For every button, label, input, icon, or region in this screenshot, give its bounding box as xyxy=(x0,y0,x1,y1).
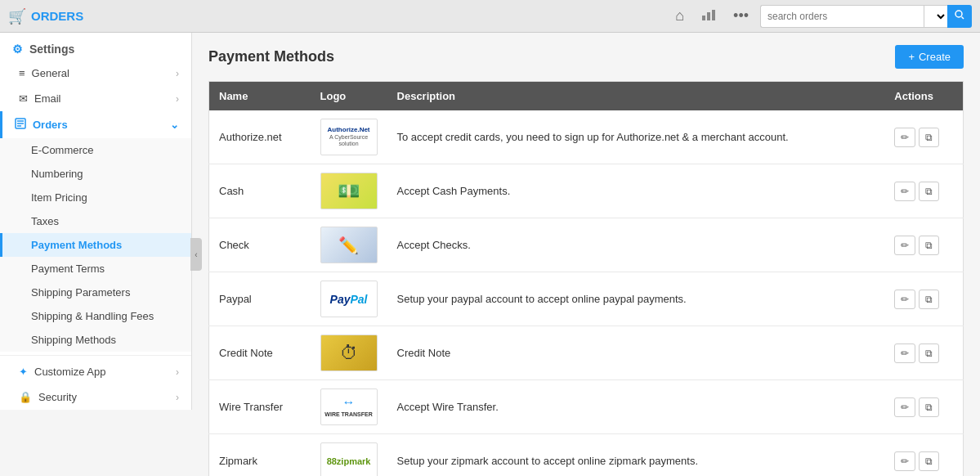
payment-methods-table: Name Logo Description Actions Authorize.… xyxy=(208,81,964,476)
copy-button[interactable]: ⧉ xyxy=(919,451,939,471)
chevron-right-icon: › xyxy=(176,93,179,105)
cell-logo: Authorize.NetA CyberSource solution xyxy=(311,110,387,164)
orders-icon xyxy=(15,118,26,132)
cell-name: Authorize.net xyxy=(209,110,311,164)
sidebar-item-shipping-methods[interactable]: Shipping Methods xyxy=(0,328,191,352)
sidebar-item-taxes[interactable]: Taxes xyxy=(0,209,191,233)
create-btn-label: Create xyxy=(919,51,951,63)
cell-description: Accept Wire Transfer. xyxy=(387,380,885,434)
sidebar-item-payment-methods[interactable]: Payment Methods xyxy=(0,233,191,257)
table-row: Paypal PayPal Setup your paypal account … xyxy=(209,272,964,326)
cell-description: Credit Note xyxy=(387,326,885,380)
edit-button[interactable]: ✏ xyxy=(894,397,915,417)
cell-actions: ✏ ⧉ xyxy=(884,218,963,272)
page-title: Payment Methods xyxy=(208,48,334,65)
chevron-right-icon: › xyxy=(176,366,179,378)
edit-button[interactable]: ✏ xyxy=(894,451,915,471)
edit-button[interactable]: ✏ xyxy=(894,182,915,201)
edit-button[interactable]: ✏ xyxy=(894,236,915,255)
sidebar-toggle-button[interactable]: ‹ xyxy=(190,238,202,271)
copy-button[interactable]: ⧉ xyxy=(919,290,939,309)
sidebar-item-payment-terms[interactable]: Payment Terms xyxy=(0,257,191,281)
search-button[interactable] xyxy=(947,5,972,28)
sidebar-item-customize[interactable]: ✦ Customize App › xyxy=(0,359,191,384)
sidebar-item-shipping-parameters[interactable]: Shipping Parameters xyxy=(0,281,191,304)
general-icon: ≡ xyxy=(19,67,25,79)
create-button[interactable]: + Create xyxy=(895,45,964,69)
cell-name: Wire Transfer xyxy=(209,380,311,434)
svg-point-3 xyxy=(955,11,962,17)
edit-button[interactable]: ✏ xyxy=(894,128,915,147)
layout: ⚙ Settings ≡ General › ✉ Email › xyxy=(0,33,980,476)
sidebar-item-orders[interactable]: Orders ⌄ xyxy=(0,111,191,138)
table-row: Credit Note ⏱ Credit Note ✏ ⧉ xyxy=(209,326,964,380)
table-row: Check ✏️ Accept Checks. ✏ ⧉ xyxy=(209,218,964,272)
sidebar-item-label: Email xyxy=(34,92,61,105)
cell-logo: 💵 xyxy=(311,164,387,218)
more-button[interactable]: ••• xyxy=(727,4,755,28)
brand-icon: 🛒 xyxy=(8,7,26,25)
brand-name: ORDERS xyxy=(31,9,83,23)
cell-actions: ✏ ⧉ xyxy=(884,272,963,326)
chevron-down-icon: ⌄ xyxy=(170,119,179,131)
sidebar: ⚙ Settings ≡ General › ✉ Email › xyxy=(0,33,192,410)
sidebar-item-label: General xyxy=(32,67,69,79)
cell-description: Setup your paypal account to accept onli… xyxy=(387,272,885,326)
edit-button[interactable]: ✏ xyxy=(894,344,915,363)
table-header-row: Name Logo Description Actions xyxy=(209,82,964,111)
col-name: Name xyxy=(209,82,311,111)
home-button[interactable]: ⌂ xyxy=(669,4,691,28)
settings-label: Settings xyxy=(29,43,74,56)
sidebar-item-numbering[interactable]: Numbering xyxy=(0,162,191,186)
sidebar-item-shipping-handling-fees[interactable]: Shipping & Handling Fees xyxy=(0,304,191,328)
cell-logo: 88zipmark xyxy=(311,434,387,477)
col-description: Description xyxy=(387,82,885,111)
svg-rect-2 xyxy=(712,10,715,20)
email-icon: ✉ xyxy=(19,92,28,105)
cell-description: Setup your zipmark account to accept onl… xyxy=(387,434,885,477)
cell-name: Credit Note xyxy=(209,326,311,380)
svg-rect-0 xyxy=(702,16,705,20)
cell-actions: ✏ ⧉ xyxy=(884,326,963,380)
col-actions: Actions xyxy=(884,82,963,111)
copy-button[interactable]: ⧉ xyxy=(919,236,939,255)
sidebar-item-general[interactable]: ≡ General › xyxy=(0,61,191,86)
svg-line-4 xyxy=(962,17,964,20)
copy-button[interactable]: ⧉ xyxy=(919,344,939,363)
cell-logo: ⏱ xyxy=(311,326,387,380)
cell-actions: ✏ ⧉ xyxy=(884,380,963,434)
customize-icon: ✦ xyxy=(19,366,28,378)
table-row: Cash 💵 Accept Cash Payments. ✏ ⧉ xyxy=(209,164,964,218)
cell-actions: ✏ ⧉ xyxy=(884,434,963,477)
orders-sub-menu: E-Commerce Numbering Item Pricing Taxes … xyxy=(0,138,191,352)
search-dropdown[interactable] xyxy=(924,5,947,28)
cell-name: Cash xyxy=(209,164,311,218)
chevron-right-icon: › xyxy=(176,392,179,403)
sidebar-item-email[interactable]: ✉ Email › xyxy=(0,86,191,111)
cell-logo: PayPal xyxy=(311,272,387,326)
search-input[interactable] xyxy=(760,5,924,28)
main-content: Payment Methods + Create Name Logo Descr… xyxy=(192,33,980,476)
copy-button[interactable]: ⧉ xyxy=(919,397,939,417)
edit-button[interactable]: ✏ xyxy=(894,290,915,309)
lock-icon: 🔒 xyxy=(19,391,32,403)
navbar-right: ⌂ ••• xyxy=(669,4,972,28)
copy-button[interactable]: ⧉ xyxy=(919,128,939,147)
sidebar-item-security[interactable]: 🔒 Security › xyxy=(0,384,191,410)
page-header: Payment Methods + Create xyxy=(208,45,964,69)
cell-logo: ↔WIRE TRANSFER xyxy=(311,380,387,434)
copy-button[interactable]: ⧉ xyxy=(919,182,939,201)
cell-name: Zipmark xyxy=(209,434,311,477)
chart-button[interactable] xyxy=(696,4,722,28)
svg-rect-1 xyxy=(707,12,710,20)
table-row: Wire Transfer ↔WIRE TRANSFER Accept Wire… xyxy=(209,380,964,434)
sidebar-item-item-pricing[interactable]: Item Pricing xyxy=(0,186,191,209)
navbar: 🛒 ORDERS ⌂ ••• xyxy=(0,0,980,33)
table-row: Authorize.net Authorize.NetA CyberSource… xyxy=(209,110,964,164)
table-row: Zipmark 88zipmark Setup your zipmark acc… xyxy=(209,434,964,477)
sidebar-item-ecommerce[interactable]: E-Commerce xyxy=(0,138,191,162)
cell-description: Accept Checks. xyxy=(387,218,885,272)
cell-actions: ✏ ⧉ xyxy=(884,164,963,218)
sidebar-wrapper: ⚙ Settings ≡ General › ✉ Email › xyxy=(0,33,192,476)
sidebar-item-label: Customize App xyxy=(34,366,105,378)
